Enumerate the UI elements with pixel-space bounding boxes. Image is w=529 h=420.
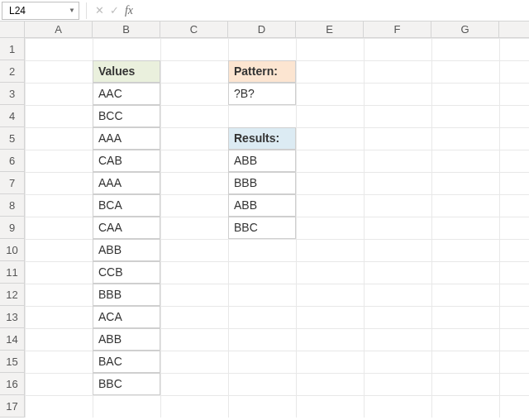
confirm-icon: ✓ [107,2,122,20]
cell-results-header-text: Results: [234,131,279,145]
cell-result-text: BBC [234,221,258,234]
cell-result[interactable]: ABB [228,150,296,172]
cell-values-header-text: Values [98,64,135,78]
formula-input[interactable] [136,0,529,21]
cell-result-text: ABB [234,154,257,167]
cell-value[interactable]: BCC [93,105,160,127]
row-header[interactable]: 3 [0,83,25,105]
cell-value[interactable]: CAB [93,150,160,172]
row-header[interactable]: 2 [0,60,25,83]
col-header[interactable]: G [431,21,499,37]
cell-value[interactable]: ABB [93,328,160,351]
cell-value[interactable]: AAA [93,127,160,150]
cell-value-text: BBB [98,288,122,301]
cell-values-header[interactable]: Values [93,60,160,83]
cell-value[interactable]: CAA [93,217,160,239]
cell-result-text: ABB [234,198,257,212]
cell-value-text: AAC [98,87,122,100]
cell-result[interactable]: BBB [228,172,296,194]
fx-icon[interactable]: fx [122,2,136,20]
row-header[interactable]: 1 [0,38,25,60]
cell-value-text: CAA [98,221,122,234]
cell-value[interactable]: CCB [93,261,160,284]
col-header[interactable]: A [25,21,93,37]
row-header[interactable]: 12 [0,284,25,306]
cell-value[interactable]: BBB [93,284,160,306]
cell-pattern[interactable]: ?B? [228,83,296,105]
row-headers: 1 2 3 4 5 6 7 8 9 10 11 12 13 14 15 16 1… [0,38,25,418]
cell-pattern-text: ?B? [234,87,255,100]
cell-value[interactable]: ABB [93,239,160,261]
cell-value[interactable]: BCA [93,194,160,217]
cell-value-text: CAB [98,154,122,167]
cell-result[interactable]: BBC [228,217,296,239]
row-header[interactable]: 11 [0,261,25,284]
col-header[interactable]: D [228,21,296,37]
row-header[interactable]: 7 [0,172,25,194]
name-box-value: L24 [9,5,26,17]
cell-value[interactable]: AAC [93,83,160,105]
column-headers: A B C D E F G [0,21,529,38]
cell-value-text: AAA [98,131,122,145]
divider [86,2,87,19]
cell-value[interactable]: AAA [93,172,160,194]
row-header[interactable]: 16 [0,373,25,395]
spreadsheet[interactable]: A B C D E F G 1 2 3 4 5 6 7 8 9 10 11 12… [0,21,529,418]
row-header[interactable]: 9 [0,217,25,239]
cell-results-header[interactable]: Results: [228,127,296,150]
cell-value[interactable]: BAC [93,351,160,373]
cell-value-text: ABB [98,332,122,346]
col-header[interactable]: B [93,21,160,37]
cell-value-text: BBC [98,377,122,390]
formula-bar: L24 ▼ ✕ ✓ fx [0,0,529,21]
col-header[interactable]: F [364,21,431,37]
col-header[interactable]: E [296,21,364,37]
row-header[interactable]: 14 [0,328,25,351]
cell-value-text: BCA [98,198,122,212]
chevron-down-icon[interactable]: ▼ [69,7,75,14]
cell-value-text: BAC [98,355,122,368]
row-header[interactable]: 15 [0,351,25,373]
cell-value[interactable]: ACA [93,306,160,328]
cell-result[interactable]: ABB [228,194,296,217]
row-header[interactable]: 17 [0,395,25,418]
cell-value-text: ACA [98,310,122,323]
row-header[interactable]: 8 [0,194,25,217]
cell-value[interactable]: BBC [93,373,160,395]
cell-value-text: CCB [98,265,123,279]
cell-pattern-header[interactable]: Pattern: [228,60,296,83]
row-header[interactable]: 4 [0,105,25,127]
cell-pattern-header-text: Pattern: [234,64,278,78]
name-box[interactable]: L24 ▼ [2,2,79,20]
col-header[interactable]: C [160,21,228,37]
row-header[interactable]: 10 [0,239,25,261]
cell-grid[interactable]: ValuesAACBCCAAACABAAABCACAAABBCCBBBBACAA… [25,38,529,418]
select-all-corner[interactable] [0,21,25,37]
cancel-icon: ✕ [92,2,107,20]
row-header[interactable]: 6 [0,150,25,172]
cell-value-text: AAA [98,176,122,189]
row-header[interactable]: 5 [0,127,25,150]
cell-result-text: BBB [234,176,257,189]
row-header[interactable]: 13 [0,306,25,328]
cell-value-text: BCC [98,109,123,122]
cell-value-text: ABB [98,243,122,256]
